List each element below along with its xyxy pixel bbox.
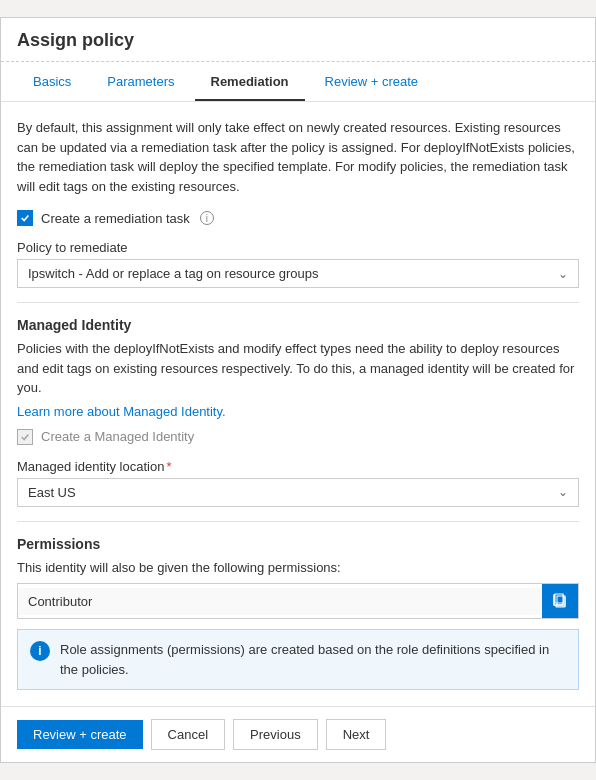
managed-identity-title: Managed Identity — [17, 317, 579, 333]
permissions-box: Contributor — [17, 583, 579, 619]
permissions-description: This identity will also be given the fol… — [17, 558, 579, 578]
managed-identity-section: Managed Identity Policies with the deplo… — [17, 317, 579, 419]
page-title: Assign policy — [17, 30, 579, 51]
tab-parameters[interactable]: Parameters — [91, 62, 190, 101]
policy-to-remediate-value: Ipswitch - Add or replace a tag on resou… — [28, 266, 319, 281]
tab-bar: Basics Parameters Remediation Review + c… — [1, 62, 595, 102]
copy-icon — [552, 593, 568, 609]
policy-to-remediate-label: Policy to remediate — [17, 240, 579, 255]
create-remediation-task-checkbox[interactable] — [17, 210, 33, 226]
create-remediation-task-label: Create a remediation task — [41, 211, 190, 226]
cancel-button[interactable]: Cancel — [151, 719, 225, 750]
panel-header: Assign policy — [1, 18, 595, 62]
section-divider — [17, 302, 579, 303]
tab-remediation[interactable]: Remediation — [195, 62, 305, 101]
policy-to-remediate-dropdown[interactable]: Ipswitch - Add or replace a tag on resou… — [17, 259, 579, 288]
content-area: By default, this assignment will only ta… — [1, 102, 595, 706]
previous-button[interactable]: Previous — [233, 719, 318, 750]
info-circle-icon: i — [30, 641, 50, 661]
copy-button[interactable] — [542, 584, 578, 618]
info-bar-text: Role assignments (permissions) are creat… — [60, 640, 566, 679]
managed-identity-location-value: East US — [28, 485, 76, 500]
review-create-button[interactable]: Review + create — [17, 720, 143, 749]
tab-review-create[interactable]: Review + create — [309, 62, 435, 101]
managed-identity-location-field: Managed identity location* East US ⌄ — [17, 459, 579, 507]
create-managed-identity-row: Create a Managed Identity — [17, 429, 579, 445]
assign-policy-panel: Assign policy Basics Parameters Remediat… — [0, 17, 596, 763]
permissions-divider — [17, 521, 579, 522]
info-bar: i Role assignments (permissions) are cre… — [17, 629, 579, 690]
create-remediation-task-row: Create a remediation task i — [17, 210, 579, 226]
remediation-description: By default, this assignment will only ta… — [17, 118, 579, 196]
next-button[interactable]: Next — [326, 719, 387, 750]
permissions-title: Permissions — [17, 536, 579, 552]
required-indicator: * — [166, 459, 171, 474]
location-dropdown-arrow-icon: ⌄ — [558, 485, 568, 499]
svg-rect-4 — [555, 594, 563, 603]
info-icon[interactable]: i — [200, 211, 214, 225]
managed-identity-location-label: Managed identity location* — [17, 459, 579, 474]
create-managed-identity-checkbox — [17, 429, 33, 445]
permissions-value: Contributor — [18, 588, 542, 615]
managed-identity-description: Policies with the deployIfNotExists and … — [17, 339, 579, 398]
managed-identity-location-dropdown[interactable]: East US ⌄ — [17, 478, 579, 507]
footer: Review + create Cancel Previous Next — [1, 706, 595, 762]
dropdown-arrow-icon: ⌄ — [558, 267, 568, 281]
tab-basics[interactable]: Basics — [17, 62, 87, 101]
create-managed-identity-label: Create a Managed Identity — [41, 429, 194, 444]
learn-more-link[interactable]: Learn more about Managed Identity. — [17, 404, 226, 419]
